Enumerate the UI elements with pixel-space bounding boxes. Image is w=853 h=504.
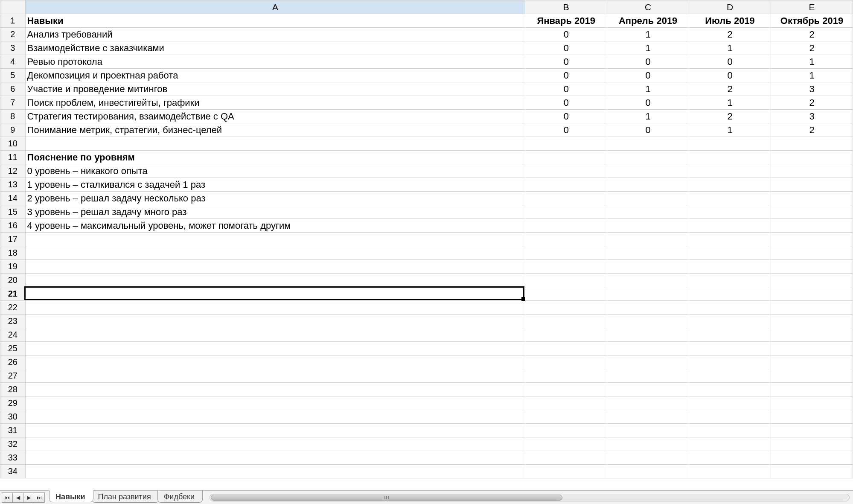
cell-E17[interactable] [771, 233, 853, 246]
row-header-25[interactable]: 25 [0, 342, 26, 355]
cell-C10[interactable] [607, 137, 689, 151]
row-header-12[interactable]: 12 [0, 164, 26, 178]
cell-A6[interactable]: Участие и проведение митингов [25, 82, 525, 96]
cell-B8[interactable]: 0 [525, 110, 607, 123]
cell-C19[interactable] [607, 260, 689, 274]
cell-E1[interactable]: Октябрь 2019 [771, 14, 853, 28]
row-header-17[interactable]: 17 [0, 233, 26, 246]
cell-D23[interactable] [689, 315, 771, 328]
cell-B16[interactable] [525, 219, 607, 233]
cell-C27[interactable] [607, 369, 689, 383]
row-header-21[interactable]: 21 [0, 287, 26, 301]
row-header-26[interactable]: 26 [0, 355, 26, 369]
cell-C1[interactable]: Апрель 2019 [607, 14, 689, 28]
row-header-9[interactable]: 9 [0, 123, 26, 137]
cell-D34[interactable] [689, 465, 771, 478]
cell-B22[interactable] [525, 301, 607, 315]
cell-B1[interactable]: Январь 2019 [525, 14, 607, 28]
row-header-18[interactable]: 18 [0, 246, 26, 260]
cell-B15[interactable] [525, 205, 607, 219]
cell-C21[interactable] [607, 287, 689, 301]
cell-C23[interactable] [607, 315, 689, 328]
cell-E31[interactable] [771, 424, 853, 437]
cell-C33[interactable] [607, 451, 689, 465]
cell-B29[interactable] [525, 396, 607, 410]
cell-C26[interactable] [607, 355, 689, 369]
row-header-13[interactable]: 13 [0, 178, 26, 192]
cell-C12[interactable] [607, 164, 689, 178]
cell-E4[interactable]: 1 [771, 55, 853, 69]
cell-D32[interactable] [689, 437, 771, 451]
row-header-8[interactable]: 8 [0, 110, 26, 123]
cell-D16[interactable] [689, 219, 771, 233]
cell-A7[interactable]: Поиск проблем, инвестигейты, графики [25, 96, 525, 110]
cell-D28[interactable] [689, 383, 771, 396]
cell-D14[interactable] [689, 192, 771, 205]
cell-A20[interactable] [25, 274, 525, 287]
cell-C17[interactable] [607, 233, 689, 246]
row-header-33[interactable]: 33 [0, 451, 26, 465]
cell-A10[interactable] [25, 137, 525, 151]
cell-C30[interactable] [607, 410, 689, 424]
cell-E10[interactable] [771, 137, 853, 151]
cell-B32[interactable] [525, 437, 607, 451]
row-header-31[interactable]: 31 [0, 424, 26, 437]
cell-B5[interactable]: 0 [525, 69, 607, 82]
row-header-27[interactable]: 27 [0, 369, 26, 383]
column-header-B[interactable]: B [525, 0, 607, 14]
cell-D20[interactable] [689, 274, 771, 287]
cell-B10[interactable] [525, 137, 607, 151]
sheet-nav-button-1[interactable]: ◀ [12, 492, 23, 503]
row-header-28[interactable]: 28 [0, 383, 26, 396]
cell-D1[interactable]: Июль 2019 [689, 14, 771, 28]
cell-B26[interactable] [525, 355, 607, 369]
cell-E15[interactable] [771, 205, 853, 219]
cell-B25[interactable] [525, 342, 607, 355]
cell-A22[interactable] [25, 301, 525, 315]
cell-D15[interactable] [689, 205, 771, 219]
cell-E32[interactable] [771, 437, 853, 451]
cell-A34[interactable] [25, 465, 525, 478]
row-header-32[interactable]: 32 [0, 437, 26, 451]
cell-A28[interactable] [25, 383, 525, 396]
cell-B11[interactable] [525, 151, 607, 164]
cell-E26[interactable] [771, 355, 853, 369]
row-header-34[interactable]: 34 [0, 465, 26, 478]
sheet-tab-2[interactable]: Фидбеки [157, 491, 203, 503]
cell-A17[interactable] [25, 233, 525, 246]
cell-A31[interactable] [25, 424, 525, 437]
cell-A14[interactable]: 2 уровень – решал задачу несколько раз [25, 192, 525, 205]
cell-B3[interactable]: 0 [525, 41, 607, 55]
cell-E22[interactable] [771, 301, 853, 315]
cell-B24[interactable] [525, 328, 607, 342]
cell-B30[interactable] [525, 410, 607, 424]
cell-E21[interactable] [771, 287, 853, 301]
cell-B23[interactable] [525, 315, 607, 328]
cell-D31[interactable] [689, 424, 771, 437]
row-header-3[interactable]: 3 [0, 41, 26, 55]
cell-B17[interactable] [525, 233, 607, 246]
column-header-D[interactable]: D [689, 0, 771, 14]
sheet-nav-button-2[interactable]: ▶ [23, 492, 34, 503]
cell-D3[interactable]: 1 [689, 41, 771, 55]
cell-C9[interactable]: 0 [607, 123, 689, 137]
cell-C29[interactable] [607, 396, 689, 410]
row-header-29[interactable]: 29 [0, 396, 26, 410]
cell-E9[interactable]: 2 [771, 123, 853, 137]
cell-E12[interactable] [771, 164, 853, 178]
cell-A11[interactable]: Пояснение по уровням [25, 151, 525, 164]
row-header-1[interactable]: 1 [0, 14, 26, 28]
cell-E20[interactable] [771, 274, 853, 287]
cell-B34[interactable] [525, 465, 607, 478]
row-header-20[interactable]: 20 [0, 274, 26, 287]
cell-B4[interactable]: 0 [525, 55, 607, 69]
cell-C8[interactable]: 1 [607, 110, 689, 123]
cell-E33[interactable] [771, 451, 853, 465]
cell-D13[interactable] [689, 178, 771, 192]
sheet-nav-button-3[interactable]: ⏭ [34, 492, 45, 503]
cell-E34[interactable] [771, 465, 853, 478]
cell-A19[interactable] [25, 260, 525, 274]
row-header-30[interactable]: 30 [0, 410, 26, 424]
cell-D9[interactable]: 1 [689, 123, 771, 137]
cell-A29[interactable] [25, 396, 525, 410]
